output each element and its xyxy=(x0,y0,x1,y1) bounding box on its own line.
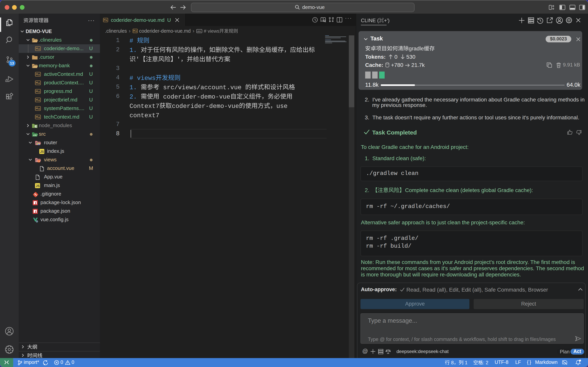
svg-text:JS: JS xyxy=(36,184,40,187)
svg-text:abc: abc xyxy=(197,30,201,33)
svg-text:JS: JS xyxy=(40,150,44,153)
svg-text:JS: JS xyxy=(35,125,37,127)
